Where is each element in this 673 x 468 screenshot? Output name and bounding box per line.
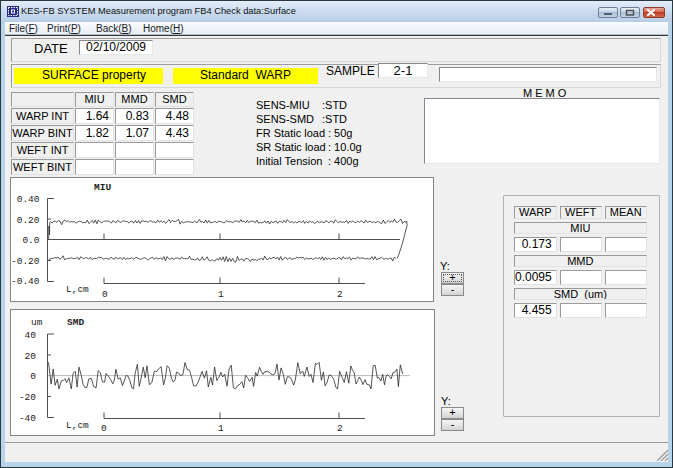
svg-text:L,cm: L,cm: [66, 420, 89, 431]
svg-text:0.40: 0.40: [17, 194, 40, 205]
svg-text:0: 0: [102, 289, 108, 300]
svg-text:L,cm: L,cm: [66, 284, 89, 295]
svg-text:0: 0: [30, 371, 36, 382]
svg-text:SMD: SMD: [67, 317, 84, 328]
svg-text:1: 1: [218, 423, 224, 434]
svg-text:2: 2: [337, 423, 343, 434]
svg-text:-40: -40: [19, 413, 36, 424]
svg-text:-20: -20: [19, 392, 36, 403]
svg-text:0: 0: [101, 423, 107, 434]
svg-text:20: 20: [25, 351, 37, 362]
svg-text:2: 2: [337, 289, 343, 300]
svg-text:1: 1: [218, 289, 224, 300]
svg-text:-0.40: -0.40: [11, 276, 40, 287]
svg-text:40: 40: [25, 330, 37, 341]
svg-text:0.20: 0.20: [17, 215, 40, 226]
svg-text:um: um: [31, 317, 43, 328]
svg-text:-0.20: -0.20: [11, 256, 40, 267]
svg-text:0.0: 0.0: [22, 235, 39, 246]
svg-text:MIU: MIU: [94, 182, 111, 193]
